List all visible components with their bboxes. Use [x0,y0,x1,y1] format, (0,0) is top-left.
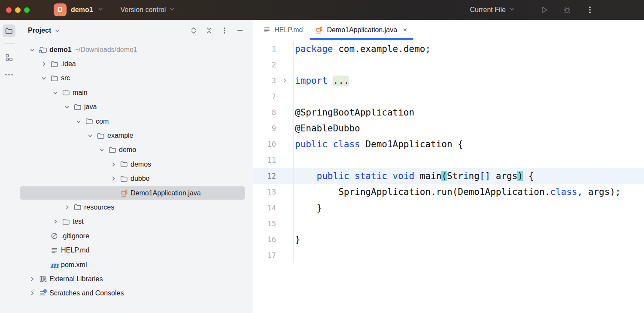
chevron-down-icon[interactable] [27,46,37,53]
project-folder-icon [37,46,48,54]
tree-item-gitignore[interactable]: .gitignore [18,229,253,243]
code-text: import ... [294,76,349,86]
code-line-2[interactable]: 2 [253,57,644,73]
tree-item-test[interactable]: test [18,215,253,229]
more-tools-icon[interactable] [4,73,14,76]
structure-tool-icon[interactable] [5,53,13,62]
tree-item-demos[interactable]: demos [18,157,253,171]
tree-item-idea[interactable]: .idea [18,57,253,71]
chevron-right-icon[interactable] [61,204,72,211]
code-line-9[interactable]: 9@EnableDubbo [253,120,644,136]
gutter: 13 [253,184,294,200]
folder-icon [84,117,94,125]
run-configuration-widget[interactable]: Current File [470,6,515,14]
tree-item-com[interactable]: com [18,114,253,128]
tree-item-demo1[interactable]: demo1~/Downloads/demo1 [18,43,253,57]
line-number: 1 [253,45,276,53]
tree-item-label: main [73,89,88,97]
tree-item-label: example [107,132,133,140]
tree-item-label: test [73,218,84,225]
line-number: 2 [253,61,276,69]
chevron-down-icon[interactable] [54,27,61,34]
tree-item-main[interactable]: main [18,85,253,100]
version-control-widget[interactable]: Version control [121,6,176,14]
tab-label: HELP.md [274,26,303,34]
more-options-icon[interactable] [586,6,593,14]
close-icon[interactable] [402,27,408,33]
tree-item-example[interactable]: example [18,128,253,143]
tree-item-label: pom.xml [61,261,87,269]
chevron-right-icon[interactable] [108,175,118,182]
code-line-14[interactable]: 14 } [253,200,644,216]
chevron-down-icon[interactable] [73,118,84,125]
run-icon[interactable] [539,5,549,15]
code-line-7[interactable]: 7 [253,88,644,104]
chevron-down-icon[interactable] [96,146,107,153]
line-number: 10 [253,140,276,149]
tree-item-pom-xml[interactable]: mpom.xml [18,258,253,272]
code-line-15[interactable]: 15 [253,216,644,231]
code-line-12[interactable]: 12 public static void main(String[] args… [253,168,644,184]
chevron-down-icon[interactable] [85,132,95,139]
code-editor[interactable]: 1package com.example.demo;23import ...78… [253,40,644,313]
code-line-10[interactable]: 10public class Demo1Application { [253,136,644,152]
more-actions-icon[interactable] [220,26,229,35]
gutter: 3 [253,73,294,88]
window-close-button[interactable] [6,7,12,13]
code-line-11[interactable]: 11 [253,152,644,168]
debug-icon[interactable] [562,5,572,15]
tab-demo1application-java[interactable]: Demo1Application.java [309,20,414,40]
chevron-right-icon[interactable] [38,61,49,67]
window-controls [0,7,30,13]
gutter: 15 [253,216,294,231]
markdown-file-icon [49,246,60,255]
code-line-1[interactable]: 1package com.example.demo; [253,41,644,57]
chevron-right-icon[interactable] [27,290,37,297]
code-line-17[interactable]: 17 [253,247,644,263]
tree-item-demo1application-java[interactable]: Demo1Application.java [18,186,253,200]
tree-item-java[interactable]: java [18,100,253,114]
stripe-divider [3,43,15,44]
chevron-down-icon[interactable] [38,75,49,82]
project-tool-icon[interactable] [3,24,15,37]
chevron-down-icon[interactable] [61,103,72,110]
folder-icon [118,175,129,183]
tree-item-label: resources [84,204,114,211]
expand-all-icon[interactable] [189,26,198,35]
code-line-16[interactable]: 16} [253,231,644,247]
tree-item-src[interactable]: src [18,71,253,85]
chevron-right-icon[interactable] [50,218,61,225]
tree-item-dubbo[interactable]: dubbo [18,172,253,186]
code-line-3[interactable]: 3import ... [253,73,644,88]
chevron-down-icon[interactable] [50,89,61,96]
panel-title[interactable]: Project [28,27,51,34]
line-number: 8 [253,108,276,117]
chevron-right-icon[interactable] [27,276,37,283]
window-zoom-button[interactable] [24,7,30,13]
tree-item-demo[interactable]: demo [18,143,253,157]
folder-icon [49,60,60,68]
collapse-all-icon[interactable] [205,26,213,35]
tree-item-label: .idea [61,60,76,68]
hide-panel-icon[interactable] [236,26,244,35]
tree-item-help-md[interactable]: HELP.md [18,243,253,257]
code-line-13[interactable]: 13 SpringApplication.run(Demo1Applicatio… [253,184,644,200]
fold-arrow-icon[interactable] [282,77,288,84]
line-number: 14 [253,204,276,212]
tree-item-resources[interactable]: resources [18,200,253,214]
tree-item-label: dubbo [131,175,150,182]
ignored-file-icon [49,232,60,240]
tree-item-scratches-and-consoles[interactable]: Scratches and Consoles [18,286,253,301]
project-widget[interactable]: D demo1 [54,3,103,16]
folder-icon [61,218,71,226]
gutter: 2 [253,57,294,73]
tree-item-external-libraries[interactable]: External Libraries [18,272,253,286]
tree-item-label: Demo1Application.java [131,189,201,197]
chevron-right-icon[interactable] [108,161,118,168]
window-minimize-button[interactable] [15,7,21,13]
tab-help-md[interactable]: HELP.md [257,20,309,40]
tree-item-label: demos [131,161,151,168]
code-text: } [294,203,322,213]
gutter: 12 [253,168,294,184]
code-line-8[interactable]: 8@SpringBootApplication [253,104,644,120]
